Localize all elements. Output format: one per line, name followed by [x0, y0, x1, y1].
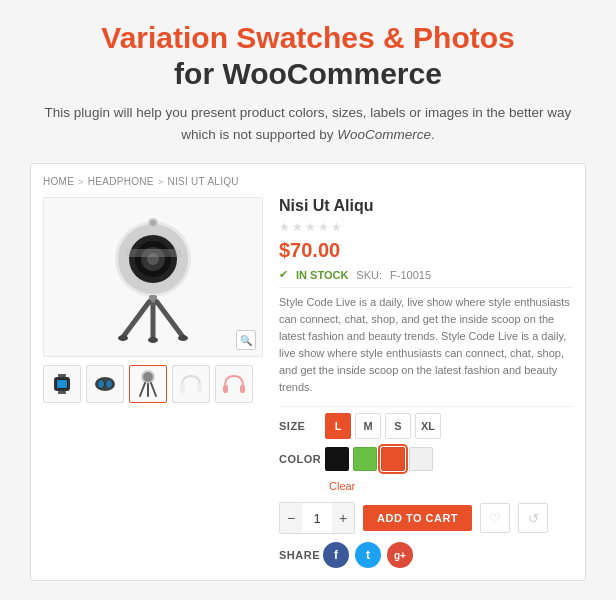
check-icon: ✔ [279, 268, 288, 281]
wishlist-button[interactable]: ♡ [480, 503, 510, 533]
color-swatch-red[interactable] [381, 447, 405, 471]
product-description: Style Code Live is a daily, live show wh… [279, 294, 573, 396]
size-btn-s[interactable]: S [385, 413, 411, 439]
product-layout: 🔍 [43, 197, 573, 568]
svg-point-27 [143, 372, 153, 382]
zoom-icon[interactable]: 🔍 [236, 330, 256, 350]
svg-line-28 [140, 383, 145, 396]
color-variation-row: COLOR [279, 447, 573, 471]
svg-point-24 [98, 380, 104, 388]
size-options: L M S XL [325, 413, 441, 439]
color-swatches [325, 447, 433, 471]
product-card: HOME > HEADPHONE > NISI UT ALIQU [30, 163, 586, 581]
stock-row: ✔ IN STOCK SKU: F-10015 [279, 268, 573, 281]
share-label: SHARE [279, 549, 317, 561]
divider-1 [279, 287, 573, 288]
size-btn-l[interactable]: L [325, 413, 351, 439]
svg-rect-20 [57, 380, 67, 388]
page-wrapper: Variation Swatches & Photos for WooComme… [0, 0, 616, 600]
svg-rect-16 [58, 374, 66, 377]
share-googleplus-button[interactable]: g+ [387, 542, 413, 568]
svg-line-8 [123, 302, 149, 337]
size-btn-xl[interactable]: XL [415, 413, 441, 439]
svg-rect-17 [58, 391, 66, 394]
header: Variation Swatches & Photos for WooComme… [30, 20, 586, 145]
color-swatch-black[interactable] [325, 447, 349, 471]
twitter-icon: t [366, 548, 370, 562]
product-info: Nisi Ut Aliqu ★ ★ ★ ★ ★ $70.00 ✔ IN STOC… [279, 197, 573, 568]
star-rating: ★ ★ ★ ★ ★ [279, 220, 573, 234]
clear-link[interactable]: Clear [329, 480, 355, 492]
share-row: SHARE f t g+ [279, 542, 573, 568]
sku-label: SKU: [356, 269, 382, 281]
product-name: Nisi Ut Aliqu [279, 197, 573, 215]
googleplus-icon: g+ [394, 550, 406, 561]
svg-point-13 [148, 337, 158, 343]
sku-value: F-10015 [390, 269, 431, 281]
heart-icon: ♡ [489, 511, 501, 526]
share-facebook-button[interactable]: f [323, 542, 349, 568]
product-price: $70.00 [279, 239, 573, 262]
qty-decrease-button[interactable]: − [280, 503, 302, 533]
header-title-line1: Variation Swatches & Photos [30, 20, 586, 56]
compare-icon: ↺ [528, 511, 539, 526]
product-images: 🔍 [43, 197, 263, 568]
size-label: SIZE [279, 420, 317, 432]
thumbnail-4[interactable] [172, 365, 210, 403]
star-5: ★ [331, 220, 342, 234]
qty-input[interactable] [302, 503, 332, 533]
svg-rect-33 [223, 385, 228, 393]
color-swatch-white[interactable] [409, 447, 433, 471]
share-twitter-button[interactable]: t [355, 542, 381, 568]
divider-2 [279, 406, 573, 407]
clear-row: Clear [279, 476, 573, 494]
thumbnails [43, 365, 263, 403]
star-2: ★ [292, 220, 303, 234]
color-label: COLOR [279, 453, 317, 465]
svg-rect-34 [240, 385, 245, 393]
in-stock-badge: IN STOCK [296, 269, 348, 281]
breadcrumb: HOME > HEADPHONE > NISI UT ALIQU [43, 176, 573, 187]
main-product-image: 🔍 [43, 197, 263, 357]
thumbnail-5[interactable] [215, 365, 253, 403]
svg-rect-32 [197, 385, 202, 393]
svg-point-12 [178, 335, 188, 341]
star-3: ★ [305, 220, 316, 234]
size-btn-m[interactable]: M [355, 413, 381, 439]
star-4: ★ [318, 220, 329, 234]
svg-rect-6 [125, 249, 181, 257]
header-title-line2: for WooCommerce [30, 56, 586, 92]
cart-row: − + Add To Cart ♡ ↺ [279, 502, 573, 534]
camera-svg [83, 207, 223, 347]
thumbnail-1[interactable] [43, 365, 81, 403]
header-description: This plugin will help you present produc… [30, 102, 586, 145]
compare-button[interactable]: ↺ [518, 503, 548, 533]
size-variation-row: SIZE L M S XL [279, 413, 573, 439]
svg-point-11 [118, 335, 128, 341]
svg-point-25 [106, 380, 112, 388]
qty-increase-button[interactable]: + [332, 503, 354, 533]
svg-line-29 [151, 383, 156, 396]
thumbnail-2[interactable] [86, 365, 124, 403]
star-1: ★ [279, 220, 290, 234]
svg-rect-31 [180, 385, 185, 393]
add-to-cart-button[interactable]: Add To Cart [363, 505, 472, 531]
color-swatch-green[interactable] [353, 447, 377, 471]
svg-point-15 [150, 220, 156, 226]
facebook-icon: f [334, 548, 338, 562]
svg-line-9 [157, 302, 183, 337]
thumbnail-3[interactable] [129, 365, 167, 403]
qty-control: − + [279, 502, 355, 534]
